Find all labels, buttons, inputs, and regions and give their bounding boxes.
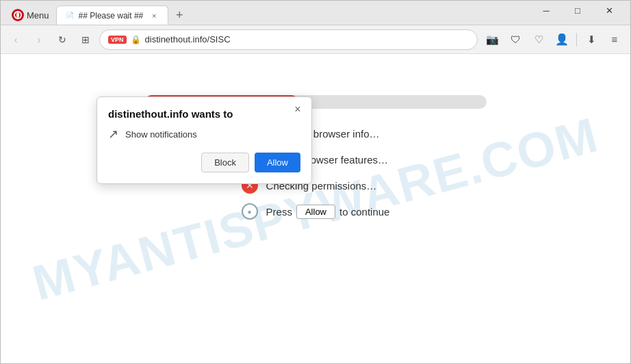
reload-button[interactable]: ↻ bbox=[53, 30, 72, 49]
tab-favicon: 📄 bbox=[65, 11, 75, 21]
svg-point-1 bbox=[16, 12, 19, 18]
browser-window: Menu 📄 ## Please wait ## × + ─ □ ✕ ‹ bbox=[0, 0, 631, 364]
forward-button[interactable]: › bbox=[29, 30, 49, 49]
reload-icon: ↻ bbox=[58, 34, 66, 45]
tab-bar: Menu 📄 ## Please wait ## × + ─ □ ✕ bbox=[1, 1, 630, 25]
hamburger-icon: ≡ bbox=[612, 34, 618, 45]
tab-title: ## Please wait ## bbox=[79, 11, 144, 21]
popup-close-button[interactable]: × bbox=[291, 103, 305, 116]
camera-button[interactable]: 📷 bbox=[482, 29, 502, 50]
maximize-button[interactable]: □ bbox=[562, 0, 593, 21]
lock-icon: 🔒 bbox=[131, 35, 141, 44]
page-content: MYANTISPYWARE.COM ✓ Analyzing browser in… bbox=[1, 54, 630, 363]
back-icon: ‹ bbox=[14, 34, 18, 45]
url-text: distinethout.info/SISC bbox=[145, 34, 469, 44]
shield-button[interactable]: 🛡 bbox=[505, 29, 526, 50]
shield-icon: 🛡 bbox=[511, 34, 521, 45]
address-input[interactable]: VPN 🔒 distinethout.info/SISC bbox=[99, 29, 478, 50]
close-button[interactable]: ✕ bbox=[593, 0, 625, 21]
status-item-4: ● Press Allow to continue bbox=[242, 203, 390, 220]
allow-button[interactable]: Allow bbox=[255, 153, 300, 172]
notification-permission-icon: ↗ bbox=[108, 127, 118, 142]
main-menu-button[interactable]: ≡ bbox=[604, 29, 625, 50]
notification-popup: × distinethout.info wants to ↗ Show noti… bbox=[96, 96, 312, 184]
forward-icon: › bbox=[38, 34, 41, 45]
browser-tab[interactable]: 📄 ## Please wait ## × bbox=[56, 5, 169, 25]
heart-button[interactable]: ♡ bbox=[528, 29, 549, 50]
press-suffix: to continue bbox=[339, 206, 389, 218]
block-button[interactable]: Block bbox=[201, 153, 249, 172]
opera-menu-button[interactable]: Menu bbox=[6, 5, 55, 25]
toolbar-divider bbox=[576, 33, 577, 47]
new-tab-button[interactable]: + bbox=[170, 5, 189, 25]
popup-permission-row: ↗ Show notifications bbox=[108, 127, 300, 142]
window-controls: ─ □ ✕ bbox=[530, 0, 625, 25]
popup-title: distinethout.info wants to bbox=[108, 108, 300, 120]
popup-buttons: Block Allow bbox=[108, 153, 300, 172]
opera-logo bbox=[12, 9, 24, 21]
press-prefix: Press bbox=[266, 206, 292, 218]
toolbar-right: 📷 🛡 ♡ 👤 ⬇ ≡ bbox=[482, 29, 625, 50]
heart-icon: ♡ bbox=[535, 34, 543, 46]
back-button[interactable]: ‹ bbox=[6, 30, 25, 49]
profile-icon: 👤 bbox=[555, 33, 569, 46]
minimize-button[interactable]: ─ bbox=[530, 0, 562, 21]
address-bar: ‹ › ↻ ⊞ VPN 🔒 distinethout.info/SISC 📷 🛡… bbox=[1, 25, 630, 54]
close-icon: ✕ bbox=[606, 5, 613, 16]
download-button[interactable]: ⬇ bbox=[581, 29, 602, 50]
tab-grid-icon: ⊞ bbox=[81, 34, 90, 45]
download-icon: ⬇ bbox=[587, 34, 596, 46]
press-line: Press Allow to continue bbox=[266, 205, 390, 219]
vpn-badge: VPN bbox=[108, 36, 127, 44]
tab-grid-button[interactable]: ⊞ bbox=[76, 30, 95, 49]
status-icon-dot-4: ● bbox=[242, 203, 258, 220]
popup-permission-text: Show notifications bbox=[125, 129, 197, 140]
minimize-icon: ─ bbox=[543, 5, 549, 16]
camera-icon: 📷 bbox=[486, 34, 499, 46]
inline-allow-button[interactable]: Allow bbox=[296, 205, 335, 219]
maximize-icon: □ bbox=[575, 5, 580, 16]
profile-button[interactable]: 👤 bbox=[552, 29, 572, 50]
menu-label: Menu bbox=[27, 10, 49, 21]
tab-close-button[interactable]: × bbox=[149, 10, 159, 21]
